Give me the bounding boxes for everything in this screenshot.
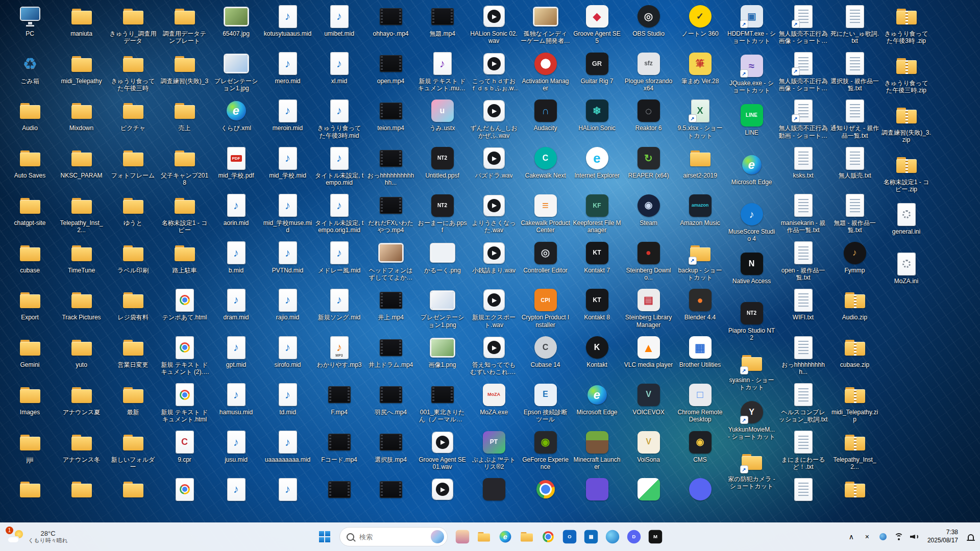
desktop-icon[interactable]: LINELINE — [726, 101, 777, 151]
desktop-icon[interactable]: ↗家の防犯カメラ - ショートカット — [726, 447, 777, 497]
desktop-icon[interactable]: CPICrypton Product Installer — [520, 286, 571, 333]
desktop-icon[interactable]: ▶新規エクスポート.wav — [468, 286, 520, 333]
desktop-icon[interactable]: Activation Manager — [520, 49, 571, 97]
desktop-icon[interactable]: ♪タイトル未設定, tempo.mid — [313, 144, 365, 191]
desktop-icon[interactable]: midi_Telepathy — [56, 49, 107, 97]
desktop-icon[interactable]: 死にたい_ゅ歌詞.txt — [829, 2, 880, 49]
desktop-icon[interactable] — [623, 475, 674, 522]
desktop-icon[interactable] — [468, 475, 520, 522]
desktop-icon[interactable]: ↗syasinn - ショートカット — [726, 348, 777, 398]
desktop-icon[interactable]: レジ袋有料 — [107, 286, 159, 333]
desktop-icon[interactable]: Gemini — [4, 333, 56, 381]
desktop-icon[interactable]: ♪hamusu.mid — [210, 381, 262, 428]
desktop-icon[interactable]: ♪td.mid — [262, 381, 313, 428]
desktop-icon[interactable]: ▶答え知ってでもむずいわこれ.wav — [468, 333, 520, 381]
discord-icon[interactable]: D — [623, 525, 645, 548]
desktop-icon[interactable]: ▲VLC media player — [623, 333, 674, 381]
desktop-icon[interactable]: 売上 — [159, 96, 210, 144]
desktop-icon[interactable]: ●Steinberg Downlo... — [623, 239, 674, 286]
tray-app-x-icon[interactable]: × — [862, 529, 872, 544]
desktop-icon[interactable]: 父子キャンプ2018 — [159, 144, 210, 191]
desktop-icon[interactable]: Track Pictures — [56, 286, 107, 333]
desktop-icon[interactable]: PDFmid_学校.pdf — [210, 144, 262, 191]
character-app-icon[interactable] — [452, 525, 473, 548]
desktop-icon[interactable]: ♪Fymmp — [829, 239, 880, 286]
desktop-icon[interactable]: ✓ノートン 360 — [674, 2, 726, 49]
desktop-icon[interactable]: ↻REAPER (x64) — [623, 144, 674, 191]
desktop-icon[interactable]: ▶よりうさくなった.wav — [468, 191, 520, 239]
desktop-icon[interactable]: 営業日変更 — [107, 333, 159, 381]
desktop-icon[interactable]: maniuta — [56, 2, 107, 49]
desktop-icon[interactable]: ▣↗HDDFMT.exe - ショートカット — [726, 2, 777, 52]
desktop-icon[interactable]: ♪kotusytuaaus.mid — [262, 2, 313, 49]
desktop-icon[interactable]: Audio.zip — [829, 286, 880, 333]
desktop-icon[interactable]: ゆうと — [107, 191, 159, 239]
desktop-icon[interactable]: かるーく.png — [416, 239, 468, 286]
desktop-icon[interactable]: ♪メドレー風.mid — [313, 239, 365, 286]
desktop-icon[interactable]: ≡Cakewalk Product Center — [520, 191, 571, 239]
desktop-icon[interactable]: ≈↗JQuake.exe - ショートカット — [726, 52, 777, 101]
desktop-icon[interactable]: ▶HALion Sonic 02.wav — [468, 2, 520, 49]
desktop-icon[interactable]: 井上.mp4 — [365, 286, 416, 333]
desktop-icon[interactable]: ♪sirofo.mid — [262, 333, 313, 381]
desktop-icon[interactable]: きゅうり_調査用データ — [107, 2, 159, 49]
desktop-icon[interactable]: ●Blender 4.4 — [674, 286, 726, 333]
desktop-icon[interactable]: ▶ — [416, 475, 468, 522]
desktop-icon[interactable]: 選択肢 - 親作品一覧.txt — [829, 49, 880, 97]
desktop-icon[interactable]: EEpson 接続診断ツール — [520, 381, 571, 428]
desktop-icon[interactable]: jijii — [4, 428, 56, 475]
desktop-icon[interactable]: 羽尻へ.mp4 — [365, 381, 416, 428]
desktop-icon[interactable]: ♪mero.mid — [262, 49, 313, 97]
search-box[interactable] — [339, 527, 448, 546]
desktop-icon[interactable]: uうみ.ustx — [416, 96, 468, 144]
desktop-icon[interactable]: yuto — [56, 333, 107, 381]
desktop-icon[interactable]: ♪MP3わかりやす.mp3 — [313, 333, 365, 381]
desktop-icon[interactable]: ◎Controller Editor — [520, 239, 571, 286]
desktop-icon[interactable]: C9.cpr — [159, 428, 210, 475]
desktop-icon[interactable]: 孤独なインディーゲーム開発者の一生... — [520, 2, 571, 49]
desktop-icon[interactable]: NT2Untitled.ppsf — [416, 144, 468, 191]
desktop-icon[interactable]: ♪aorin.mid — [210, 191, 262, 239]
desktop-icon[interactable]: ◆Groove Agent SE 5 — [571, 2, 623, 49]
desktop-icon[interactable]: 最新 — [107, 381, 159, 428]
desktop-icon[interactable]: ∩Audacity — [520, 96, 571, 144]
desktop-icon[interactable]: sfzPlogue sforzando x64 — [623, 49, 674, 97]
desktop-icon[interactable]: KKontakt — [571, 333, 623, 381]
desktop-icon[interactable]: manisekarin - 親作品一覧.txt — [777, 191, 829, 239]
desktop-icon[interactable]: MoZAMoZA.exe — [468, 381, 520, 428]
desktop-icon[interactable]: ♪rajio.mid — [262, 286, 313, 333]
desktop-icon[interactable] — [56, 475, 107, 522]
desktop-icon[interactable]: midi_Telepathy.zip — [829, 381, 880, 428]
desktop-icon[interactable]: ohhayo-.mp4 — [365, 2, 416, 49]
desktop-icon[interactable]: eInternet Explorer — [571, 144, 623, 191]
desktop-icon[interactable]: ♪タイトル未設定, tempo.orig1.mid — [313, 191, 365, 239]
weather-widget[interactable]: 1 28°C くもり時々晴れ — [3, 524, 73, 549]
desktop-icon[interactable]: ♪PVTNd.mid — [262, 239, 313, 286]
desktop-icon[interactable]: きゅうり食ってた午後3時 .zip — [880, 2, 932, 52]
desktop-icon[interactable] — [520, 475, 571, 522]
desktop-icon[interactable]: NNative Access — [726, 249, 777, 299]
desktop-icon[interactable]: Telepathy_Inst_2... — [56, 191, 107, 239]
desktop-icon[interactable]: cubase.zip — [829, 333, 880, 381]
desktop-icon[interactable] — [4, 475, 56, 522]
desktop-icon[interactable]: フォトフレーム — [107, 144, 159, 191]
desktop-icon[interactable]: ♪b.mid — [210, 239, 262, 286]
desktop-icon[interactable]: Audio — [4, 96, 56, 144]
desktop-icon[interactable] — [313, 475, 365, 522]
desktop-icon[interactable]: 無人販売.txt — [829, 144, 880, 191]
desktop-icon[interactable]: ksks.txt — [777, 144, 829, 191]
desktop-icon[interactable]: PC — [4, 2, 56, 49]
desktop-icon[interactable]: ◉Steam — [623, 191, 674, 239]
desktop-icon[interactable]: NT2Piapro Studio NT2 — [726, 299, 777, 348]
desktop-icon[interactable]: cubase — [4, 239, 56, 286]
tray-app-blue-icon[interactable] — [878, 529, 888, 544]
desktop-icon[interactable]: ◉GeForce Experience — [520, 428, 571, 475]
desktop-icon[interactable]: chatgpt-site — [4, 191, 56, 239]
desktop-icon[interactable]: TimeTune — [56, 239, 107, 286]
desktop-icon[interactable]: ▶Groove Agent SE 01.wav — [416, 428, 468, 475]
desktop-icon[interactable] — [365, 475, 416, 522]
desktop-icon[interactable] — [674, 475, 726, 522]
desktop-icon[interactable]: 選択肢.mp4 — [365, 428, 416, 475]
desktop-icon[interactable]: 無題 - 親作品一覧.txt — [829, 191, 880, 239]
desktop-icon[interactable]: 新しいフォルダー — [107, 428, 159, 475]
